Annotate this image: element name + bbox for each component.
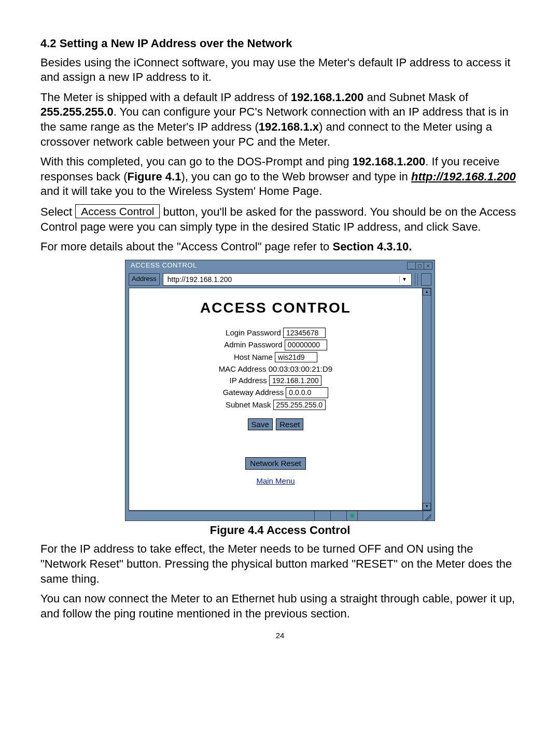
status-cell: [315, 511, 331, 520]
text: ), you can go to the Web browser and typ…: [181, 170, 411, 183]
subnet-row: Subnet Mask 255.255.255.0: [129, 400, 422, 410]
browser-window: ACCESS CONTROL _ □ ✕ Address http://192.…: [125, 260, 435, 521]
section-ref: Section 4.3.10.: [332, 240, 412, 253]
text: For more details about the "Access Contr…: [40, 240, 332, 253]
login-password-row: Login Password 12345678: [129, 328, 422, 338]
address-bar-row: Address http://192.168.1.200 ▼: [125, 271, 435, 288]
text: With this completed, you can go to the D…: [40, 155, 353, 168]
dropdown-icon[interactable]: ▼: [399, 276, 407, 283]
address-field[interactable]: http://192.168.1.200 ▼: [163, 273, 412, 286]
main-menu-link[interactable]: Main Menu: [129, 476, 422, 486]
paragraph-3: With this completed, you can go to the D…: [40, 154, 520, 199]
text: and it will take you to the Wireless Sys…: [40, 185, 322, 198]
ip-range: 192.168.1.x: [259, 120, 319, 133]
ip-address-field[interactable]: 192.168.1.200: [269, 375, 322, 386]
resize-grip-icon[interactable]: [423, 511, 431, 520]
text: The Meter is shipped with a default IP a…: [40, 91, 291, 104]
figure-caption: Figure 4.4 Access Control: [40, 523, 520, 538]
address-label: Address: [129, 273, 160, 286]
host-name-label: Host Name: [234, 352, 273, 362]
reset-button[interactable]: Reset: [276, 418, 303, 431]
text: and Subnet Mask of: [363, 91, 468, 104]
mac-address-label: MAC Address: [219, 364, 267, 374]
login-password-label: Login Password: [226, 328, 281, 338]
minimize-icon[interactable]: _: [408, 262, 415, 269]
status-cell: [331, 511, 347, 520]
browser-viewport: ACCESS CONTROL Login Password 12345678 A…: [129, 288, 431, 511]
paragraph-4: Select Access Control button, you'll be …: [40, 204, 520, 234]
access-control-inline-button: Access Control: [75, 204, 160, 218]
section-title: 4.2 Setting a New IP Address over the Ne…: [40, 36, 520, 51]
status-cell: [129, 511, 315, 520]
gateway-address-field[interactable]: 0.0.0.0: [286, 387, 328, 398]
address-text: http://192.168.1.200: [167, 275, 232, 284]
mac-address-row: MAC Address 00:03:03:00:21:D9: [129, 364, 422, 374]
page-number: 24: [40, 630, 520, 641]
globe-icon: ◉: [347, 511, 358, 520]
paragraph-2: The Meter is shipped with a default IP a…: [40, 90, 520, 149]
scroll-up-icon[interactable]: ▴: [423, 288, 431, 295]
network-reset-button[interactable]: Network Reset: [245, 457, 305, 470]
browser-content-area: ACCESS CONTROL Login Password 12345678 A…: [125, 288, 435, 520]
page-heading: ACCESS CONTROL: [129, 299, 422, 317]
text: Select: [40, 205, 75, 218]
login-password-field[interactable]: 12345678: [283, 328, 326, 338]
paragraph-1: Besides using the iConnect software, you…: [40, 55, 520, 85]
figure-ref: Figure 4.1: [128, 170, 181, 183]
toolbar-button[interactable]: [421, 273, 431, 286]
gateway-row: Gateway Address 0.0.0.0: [129, 387, 422, 398]
paragraph-5: For more details about the "Access Contr…: [40, 240, 520, 255]
status-bar: ◉: [129, 511, 431, 520]
subnet-mask-field[interactable]: 255.255.255.0: [273, 400, 326, 410]
scroll-down-icon[interactable]: ▾: [423, 503, 431, 510]
ip-default: 192.168.1.200: [291, 91, 364, 104]
admin-password-field[interactable]: 00000000: [285, 340, 327, 350]
mac-address-value: 00:03:03:00:21:D9: [269, 364, 332, 374]
subnet-mask-label: Subnet Mask: [226, 400, 271, 410]
toolbar-separator: [415, 273, 418, 286]
ping-ip: 192.168.1.200: [353, 155, 426, 168]
host-name-field[interactable]: wis21d9: [275, 352, 317, 362]
save-button[interactable]: Save: [248, 418, 273, 431]
paragraph-7: You can now connect the Meter to an Ethe…: [40, 592, 520, 621]
maximize-icon[interactable]: □: [415, 262, 424, 269]
ip-address-row: IP Address 192.168.1.200: [129, 375, 422, 386]
subnet-mask: 255.255.255.0: [40, 105, 114, 118]
page-content: ACCESS CONTROL Login Password 12345678 A…: [129, 288, 422, 510]
admin-password-row: Admin Password 00000000: [129, 340, 422, 350]
save-reset-row: Save Reset: [129, 418, 422, 431]
gateway-address-label: Gateway Address: [223, 387, 284, 398]
window-buttons: _ □ ✕: [407, 262, 432, 270]
window-title: ACCESS CONTROL: [131, 261, 197, 270]
close-icon[interactable]: ✕: [424, 262, 432, 269]
scrollbar[interactable]: ▴ ▾: [422, 288, 431, 510]
paragraph-6: For the IP address to take effect, the M…: [40, 542, 520, 586]
ip-address-label: IP Address: [230, 375, 267, 386]
window-titlebar: ACCESS CONTROL _ □ ✕: [125, 260, 435, 271]
admin-password-label: Admin Password: [224, 340, 283, 350]
url-link: http://192.168.1.200: [411, 170, 516, 183]
status-cell: [358, 511, 423, 520]
host-name-row: Host Name wis21d9: [129, 352, 422, 362]
